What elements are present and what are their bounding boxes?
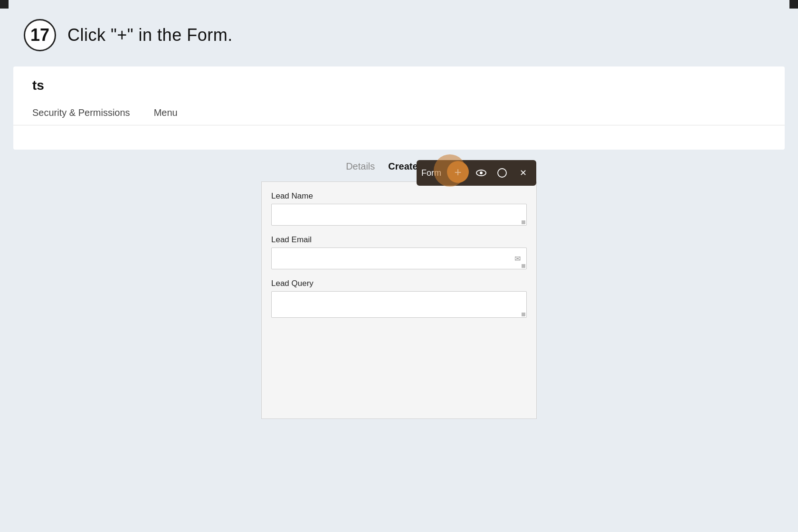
lead-email-label: Lead Email (271, 235, 527, 245)
add-button[interactable]: + (447, 161, 469, 183)
corner-tl (0, 0, 9, 9)
resize-handle-query (522, 313, 525, 316)
email-icon: ✉ (514, 254, 521, 263)
form-content: Lead Name Lead Email ✉ Lead Query (262, 182, 536, 337)
corner-tr (789, 0, 798, 9)
svg-point-1 (480, 171, 483, 174)
form-container: Form + ✕ Lead Name (261, 181, 537, 419)
step-header: 17 Click "+" in the Form. (0, 0, 798, 66)
main-panel: ts Security & Permissions Menu (13, 66, 785, 150)
form-area: Details Create Screen Form + ✕ (0, 150, 798, 532)
lead-email-input[interactable]: ✉ (271, 247, 527, 269)
tab-details[interactable]: Details (345, 159, 376, 174)
preview-button[interactable] (473, 164, 490, 181)
lead-query-label: Lead Query (271, 279, 527, 288)
form-toolbar: Form + ✕ (417, 160, 536, 186)
tab-menu[interactable]: Menu (154, 103, 187, 125)
field-lead-email: Lead Email ✉ (271, 235, 527, 269)
resize-handle-name (522, 220, 525, 224)
lead-query-input[interactable] (271, 291, 527, 318)
lead-name-label: Lead Name (271, 191, 527, 201)
field-lead-name: Lead Name (271, 191, 527, 226)
tab-security-permissions[interactable]: Security & Permissions (32, 103, 140, 125)
toolbar-label: Form (421, 168, 441, 178)
resize-handle-email (522, 264, 525, 268)
close-button[interactable]: ✕ (514, 164, 532, 181)
svg-point-2 (498, 169, 506, 177)
step-instruction: Click "+" in the Form. (67, 25, 233, 45)
tabs-row: Security & Permissions Menu (13, 103, 785, 125)
lead-name-input[interactable] (271, 204, 527, 226)
step-number: 17 (24, 19, 56, 51)
panel-title: ts (13, 66, 785, 98)
field-lead-query: Lead Query (271, 279, 527, 318)
options-button[interactable] (494, 164, 511, 181)
